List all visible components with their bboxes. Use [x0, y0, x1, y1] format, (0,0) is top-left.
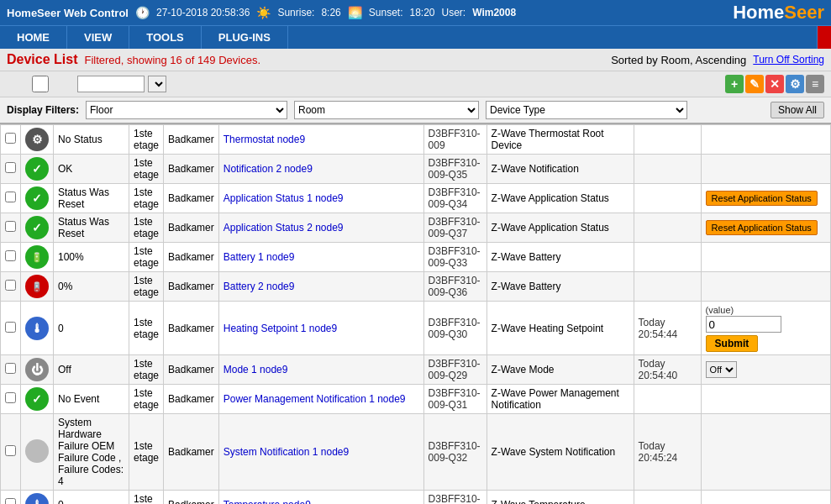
device-link[interactable]: Application Status 1 node9: [224, 192, 344, 204]
status-icon-cell: ⚙: [21, 125, 54, 155]
more-button[interactable]: ≡: [806, 75, 824, 93]
device-name-cell[interactable]: Battery 1 node9: [218, 243, 423, 272]
room-filter[interactable]: Room: [294, 101, 479, 119]
sunrise-label: Sunrise:: [277, 7, 314, 18]
type-cell: Z-Wave Heating Setpoint: [487, 302, 634, 355]
device-link[interactable]: Thermostat node9: [224, 134, 305, 145]
ref-cell: D3BFF310-009-Q33: [423, 243, 487, 272]
row-checkbox[interactable]: [5, 498, 16, 504]
device-name-cell[interactable]: Temperature node9: [218, 491, 423, 505]
row-checkbox-cell[interactable]: [1, 184, 21, 213]
action-cell: [701, 414, 830, 491]
filter-text: Filtered, showing 16 of 149 Devices.: [84, 54, 260, 66]
nav-plugins[interactable]: PLUG-INS: [202, 26, 288, 49]
row-checkbox[interactable]: [5, 445, 16, 456]
device-name-cell[interactable]: Heating Setpoint 1 node9: [218, 302, 423, 355]
nav-view[interactable]: VIEW: [67, 26, 129, 49]
search-select[interactable]: [148, 76, 166, 92]
row-checkbox[interactable]: [5, 221, 16, 232]
device-link[interactable]: Power Management Notification 1 node9: [224, 393, 406, 405]
submit-button[interactable]: Submit: [706, 335, 759, 352]
row-checkbox[interactable]: [5, 322, 16, 333]
row-checkbox-cell[interactable]: [1, 272, 21, 302]
add-device-button[interactable]: +: [725, 75, 744, 93]
row-checkbox[interactable]: [5, 363, 16, 374]
action-cell[interactable]: (value) Submit: [701, 302, 830, 355]
row-checkbox[interactable]: [5, 192, 16, 202]
device-type-filter[interactable]: Device Type: [486, 101, 687, 119]
device-name-cell[interactable]: System Notification 1 node9: [218, 414, 423, 491]
config-button[interactable]: ⚙: [786, 75, 804, 93]
device-link[interactable]: Notification 2 node9: [224, 163, 313, 175]
device-link[interactable]: Mode 1 node9: [224, 364, 288, 375]
device-link[interactable]: System Notification 1 node9: [224, 446, 349, 458]
ref-cell: D3BFF310-009-Q30: [423, 302, 487, 355]
status-icon-cell: 🌡: [21, 491, 54, 505]
nav-home[interactable]: HOME: [0, 26, 67, 49]
status-icon-cell: [21, 414, 54, 491]
device-name-cell[interactable]: Power Management Notification 1 node9: [218, 385, 423, 414]
search-input[interactable]: [77, 76, 145, 92]
row-checkbox-cell[interactable]: [1, 125, 21, 155]
reset-application-status-button[interactable]: Reset Application Status: [706, 191, 818, 206]
room-cell: Badkamer: [164, 184, 219, 213]
row-checkbox[interactable]: [5, 162, 16, 173]
device-link[interactable]: Heating Setpoint 1 node9: [224, 323, 337, 334]
row-checkbox[interactable]: [5, 250, 16, 261]
delete-device-button[interactable]: ✕: [765, 75, 784, 93]
row-checkbox-cell[interactable]: [1, 243, 21, 272]
action-cell[interactable]: Reset Application Status: [701, 184, 830, 213]
turn-off-sorting[interactable]: Turn Off Sorting: [753, 54, 824, 66]
action-cell[interactable]: Reset Application Status: [701, 213, 830, 243]
row-checkbox-cell[interactable]: [1, 355, 21, 385]
room-cell: Badkamer: [164, 155, 219, 184]
search-checkbox[interactable]: [7, 76, 74, 92]
status-text-cell: 0: [54, 302, 129, 355]
device-link[interactable]: Battery 1 node9: [224, 251, 295, 263]
row-checkbox-cell[interactable]: [1, 491, 21, 505]
row-checkbox[interactable]: [5, 133, 16, 144]
floor-filter[interactable]: Floor: [86, 101, 287, 119]
room-cell: Badkamer: [164, 125, 219, 155]
device-name-cell[interactable]: Mode 1 node9: [218, 355, 423, 385]
device-name-cell[interactable]: Thermostat node9: [218, 125, 423, 155]
row-checkbox-cell[interactable]: [1, 213, 21, 243]
action-cell[interactable]: Off: [701, 355, 830, 385]
reset-application-status-button[interactable]: Reset Application Status: [706, 220, 818, 235]
device-link[interactable]: Temperature node9: [224, 499, 311, 504]
header: HomeSeer Web Control 🕐 27-10-2018 20:58:…: [0, 0, 831, 25]
edit-device-button[interactable]: ✎: [745, 75, 764, 93]
status-text-cell: 0%: [54, 272, 129, 302]
type-cell: Z-Wave System Notification: [487, 414, 634, 491]
device-name-cell[interactable]: Notification 2 node9: [218, 155, 423, 184]
value-input[interactable]: [706, 316, 781, 333]
display-filters: Display Filters: Floor Room Device Type …: [0, 97, 831, 124]
device-name-cell[interactable]: Application Status 2 node9: [218, 213, 423, 243]
mode-select[interactable]: Off: [706, 361, 737, 378]
status-icon-battery-full: 🔋: [25, 245, 49, 269]
action-cell: [701, 491, 830, 505]
device-name-cell[interactable]: Battery 2 node9: [218, 272, 423, 302]
row-checkbox[interactable]: [5, 392, 16, 403]
row-checkbox-cell[interactable]: [1, 155, 21, 184]
ref-cell: D3BFF310-009-Q38: [423, 491, 487, 505]
status-icon-cell: ⏻: [21, 355, 54, 385]
room-cell: Badkamer: [164, 385, 219, 414]
device-name-cell[interactable]: Application Status 1 node9: [218, 184, 423, 213]
row-checkbox-cell[interactable]: [1, 385, 21, 414]
row-checkbox[interactable]: [5, 280, 16, 291]
row-checkbox-cell[interactable]: [1, 302, 21, 355]
nav-alert[interactable]: [818, 26, 831, 49]
device-table: ⚙ No Status 1ste etage Badkamer Thermost…: [0, 124, 831, 504]
nav-tools[interactable]: TOOLS: [129, 26, 202, 49]
app-name: HomeSeer Web Control: [7, 7, 129, 19]
table-row: 🪫 0% 1ste etage Badkamer Battery 2 node9…: [1, 272, 831, 302]
device-link[interactable]: Application Status 2 node9: [224, 222, 344, 234]
device-link[interactable]: Battery 2 node9: [224, 281, 295, 292]
show-all-button[interactable]: Show All: [771, 102, 824, 118]
room-cell: Badkamer: [164, 213, 219, 243]
table-row: ✓ Status Was Reset 1ste etage Badkamer A…: [1, 184, 831, 213]
row-checkbox-cell[interactable]: [1, 414, 21, 491]
status-icon-ok: ✓: [25, 216, 49, 239]
floor-cell: 1ste etage: [129, 302, 164, 355]
